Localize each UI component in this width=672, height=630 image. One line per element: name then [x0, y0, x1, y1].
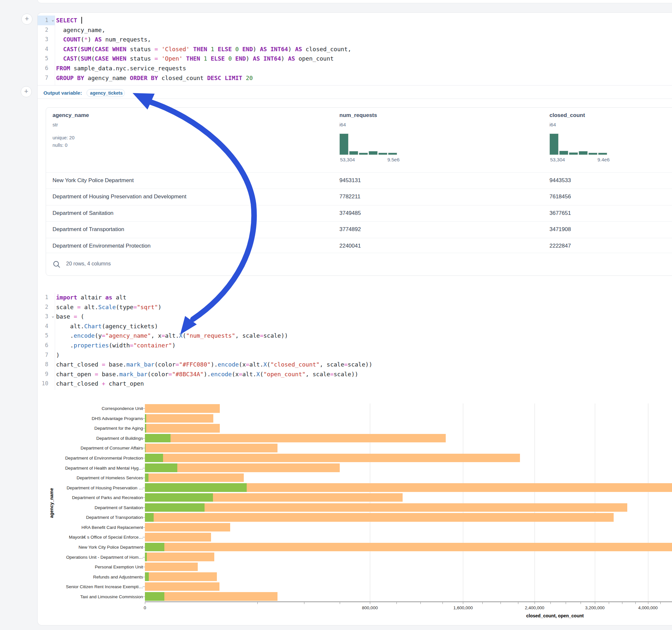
table-row[interactable]: Department of Sanitation37494853677651 [46, 205, 672, 221]
closed_count-bar [145, 572, 217, 581]
column-header-closed_count[interactable]: closed_counti6453,3049.4e6 [549, 107, 672, 172]
y-tick-mark [143, 448, 145, 448]
y-tick-mark [143, 517, 145, 517]
line-number: 2 [38, 25, 55, 35]
table-row[interactable]: Department of Housing Preservation and D… [46, 189, 672, 205]
python-code-line[interactable]: 4 alt.Chart(agency_tickets) [38, 321, 653, 331]
x-tick-mark [660, 602, 661, 604]
x-tick-mark [145, 602, 145, 604]
y-category-label: Department of Parks and Recreation [49, 495, 143, 500]
add-cell-button-top[interactable]: + [21, 14, 32, 25]
x-tick-mark [622, 602, 622, 604]
line-number: 5 [38, 331, 55, 341]
y-category-label: Taxi and Limousine Commission [49, 594, 143, 599]
python-code-editor[interactable]: 1import altair as alt2scale = alt.Scale(… [38, 293, 653, 389]
x-tick-label: 1,600,000 [453, 605, 473, 610]
table-row[interactable]: Department of Transportation377489234719… [46, 221, 672, 238]
sql-code-line[interactable]: 2 agency_name, [38, 25, 653, 35]
column-histogram [549, 134, 607, 155]
y-category-label: Operations Unit - Department of Hom… [49, 555, 143, 559]
closed_count-bar [145, 414, 213, 423]
closed_count-bar [145, 533, 211, 541]
closed_count-bar [145, 582, 219, 591]
y-category-label: Department of Housing Preservation … [49, 485, 143, 490]
table-cell: 9453131 [339, 173, 549, 189]
open_count-bar [145, 414, 146, 423]
sql-code-line[interactable]: 7GROUP BY agency_name ORDER BY closed_co… [38, 73, 653, 83]
column-header-num_requests[interactable]: num_requestsi6453,3049.5e6 [339, 107, 549, 172]
sql-code-line[interactable]: 4 CAST(SUM(CASE WHEN status = 'Closed' T… [38, 44, 653, 54]
x-tick-label: 800,000 [362, 605, 378, 610]
python-code-line[interactable]: 7) [38, 350, 653, 360]
line-number: 4 [38, 321, 55, 331]
python-code-line[interactable]: 6 .properties(width="container") [38, 341, 653, 350]
y-tick-mark [143, 508, 145, 508]
line-number: 3⌄ [38, 312, 55, 321]
y-category-label: Department of Environmental Protection [49, 456, 143, 461]
sql-code-line[interactable]: 6FROM sample_data.nyc.service_requests [38, 64, 653, 73]
x-tick-mark [501, 602, 501, 604]
open_count-bar [145, 553, 147, 561]
y-category-label: Personal Exemption Unit [49, 564, 143, 570]
y-category-label: Department of Consumer Affairs [49, 445, 143, 451]
open_count-bar [145, 572, 149, 581]
python-code-line[interactable]: 1import altair as alt [38, 293, 653, 302]
sql-code-editor[interactable]: 1⌄SELECT 2 agency_name,3 COUNT(*) AS num… [38, 16, 653, 83]
closed_count-bar [145, 454, 520, 462]
output-variable-row: Output variable: agency_tickets [44, 88, 125, 98]
table-cell: 7782211 [339, 189, 549, 205]
table-body: New York City Police Department945313194… [46, 172, 672, 254]
sql-code-line[interactable]: 5 CAST(SUM(CASE WHEN status = 'Open' THE… [38, 54, 653, 64]
y-category-label: Department of Homeless Services [49, 476, 143, 480]
output-variable-pill[interactable]: agency_tickets [87, 89, 125, 97]
sql-gutter-divider [55, 16, 55, 86]
line-number: 10 [38, 379, 55, 389]
y-category-label: Refunds and Adjustments [49, 574, 143, 579]
closed_count-bar [145, 444, 278, 453]
add-cell-button-middle[interactable]: + [21, 86, 32, 97]
notebook-page: + + 1⌄SELECT 2 agency_name,3 COUNT(*) AS… [0, 0, 672, 630]
python-code-line[interactable]: 5 .encode(y="agency_name", x=alt.X("num_… [38, 331, 653, 341]
open_count-bar [145, 513, 154, 522]
sql-code-line[interactable]: 1⌄SELECT [38, 16, 653, 25]
output-variable-label: Output variable: [44, 90, 82, 96]
y-category-label: Senior Citizen Rent Increase Exempti… [49, 584, 143, 589]
table-row[interactable]: New York City Police Department945313194… [46, 172, 672, 189]
line-number: 5 [38, 54, 55, 64]
x-tick-mark [566, 602, 566, 604]
x-tick-mark [397, 602, 397, 604]
search-icon[interactable] [52, 260, 61, 269]
sql-code-line[interactable]: 3 COUNT(*) AS num_requests, [38, 35, 653, 44]
y-tick-mark [143, 488, 145, 488]
x-tick-mark [518, 602, 518, 604]
column-header-agency_name[interactable]: agency_namestrunique: 20nulls: 0 [46, 107, 339, 172]
y-tick-mark [143, 597, 145, 597]
previous-cell-card-remnant [37, 0, 672, 3]
line-number: 9 [38, 369, 55, 379]
closed_count-bar [145, 404, 220, 413]
x-tick-mark [421, 602, 421, 604]
table-row[interactable]: Department of Environmental Protection22… [46, 238, 672, 254]
y-category-label: HRA Benefit Card Replacement [49, 525, 143, 530]
x-tick-label: 4,000,000 [638, 605, 658, 610]
y-category-label: Department of Buildings [49, 436, 143, 440]
closed_count-bar [145, 543, 672, 552]
gridline [595, 404, 595, 602]
x-tick-mark [257, 602, 258, 604]
table-cell: Department of Environmental Protection [46, 238, 339, 254]
python-code-line[interactable]: 3⌄base = ( [38, 312, 653, 321]
open_count-bar [145, 483, 247, 492]
python-code-line[interactable]: 8chart_closed = base.mark_bar(color="#FF… [38, 360, 653, 369]
open_count-bar [145, 474, 148, 482]
closed_count-bar [145, 553, 214, 561]
closed_count-bar [145, 503, 627, 512]
table-cell: New York City Police Department [46, 173, 339, 189]
divider [38, 85, 672, 86]
y-category-label: Department of Sanitation [49, 505, 143, 510]
x-tick-label: 3,200,000 [585, 605, 605, 610]
python-code-line[interactable]: 9chart_open = base.mark_bar(color="#8BC3… [38, 369, 653, 379]
python-code-line[interactable]: 10chart_closed + chart_open [38, 379, 653, 389]
python-code-line[interactable]: 2scale = alt.Scale(type="sqrt") [38, 302, 653, 312]
closed_count-bar [145, 523, 230, 532]
chart-plot-area [145, 404, 672, 602]
